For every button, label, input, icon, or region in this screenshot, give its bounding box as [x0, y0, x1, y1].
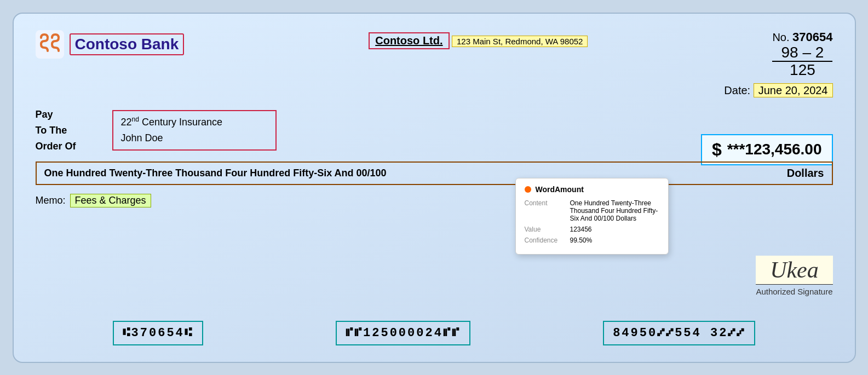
- date-row: Date: June 20, 2024: [36, 84, 833, 97]
- bank-name: Contoso Bank: [70, 33, 185, 55]
- amount-value: ***123,456.00: [727, 141, 822, 158]
- tooltip-value-row: Value 123456: [525, 226, 659, 233]
- bank-logo-icon: [36, 30, 64, 59]
- tooltip-content-value: One Hundred Twenty-Three Thousand Four H…: [570, 199, 659, 222]
- signature-label: Authorized Signature: [756, 287, 832, 296]
- pay-label: Pay To The Order Of: [36, 107, 101, 154]
- micr-right: 84950⑇⑇554 32⑇⑇: [603, 321, 755, 345]
- micr-left: ⑆370654⑆: [113, 321, 203, 345]
- tooltip-value-value: 123456: [570, 226, 659, 233]
- dollar-sign: $: [712, 140, 722, 160]
- company-address: 123 Main St, Redmond, WA 98052: [452, 36, 588, 47]
- memo-row: Memo: Fees & Charges: [36, 194, 833, 207]
- check-fraction: 98 – 2 125: [772, 44, 832, 79]
- tooltip-confidence-value: 99.50%: [570, 236, 659, 244]
- header-row: Contoso Bank Contoso Ltd. 123 Main St, R…: [36, 30, 833, 79]
- written-amount-row: One Hundred Twenty-Three Thousand Four H…: [36, 161, 833, 185]
- tooltip-content-label: Content: [525, 199, 566, 207]
- orange-dot-icon: [525, 186, 531, 193]
- svg-rect-0: [36, 30, 64, 59]
- payee-line2: John Doe: [121, 130, 268, 146]
- date-label: Date:: [724, 84, 750, 96]
- logo-area: Contoso Bank: [36, 30, 185, 59]
- tooltip-popup: WordAmount Content One Hundred Twenty-Th…: [515, 178, 669, 255]
- tooltip-header: WordAmount: [525, 185, 659, 194]
- memo-value: Fees & Charges: [70, 194, 151, 207]
- tooltip-field-name: WordAmount: [536, 185, 584, 194]
- amount-box: $ ***123,456.00: [701, 134, 833, 165]
- dollars-label: Dollars: [787, 167, 824, 180]
- memo-label: Memo:: [36, 195, 66, 206]
- payee-box: 22nd Century Insurance John Doe: [112, 110, 277, 151]
- tooltip-content-row: Content One Hundred Twenty-Three Thousan…: [525, 199, 659, 222]
- company-name: Contoso Ltd.: [369, 32, 449, 49]
- date-value: June 20, 2024: [754, 83, 833, 97]
- payee-line1: 22nd Century Insurance: [121, 114, 268, 130]
- micr-center: ⑈⑈125000024⑈⑈: [336, 321, 470, 345]
- signature-image: Ukea: [756, 256, 832, 285]
- check-number-area: No. 370654 98 – 2 125: [772, 30, 832, 79]
- company-header: Contoso Ltd. 123 Main St, Redmond, WA 98…: [369, 32, 588, 51]
- tooltip-confidence-label: Confidence: [525, 236, 566, 244]
- tooltip-confidence-row: Confidence 99.50%: [525, 236, 659, 244]
- signature-area: Ukea Authorized Signature: [756, 256, 832, 296]
- check-document: Contoso Bank Contoso Ltd. 123 Main St, R…: [13, 13, 856, 363]
- check-number: No. 370654: [772, 30, 832, 44]
- tooltip-value-label: Value: [525, 226, 566, 233]
- micr-area: ⑆370654⑆ ⑈⑈125000024⑈⑈ 84950⑇⑇554 32⑇⑇: [14, 321, 855, 345]
